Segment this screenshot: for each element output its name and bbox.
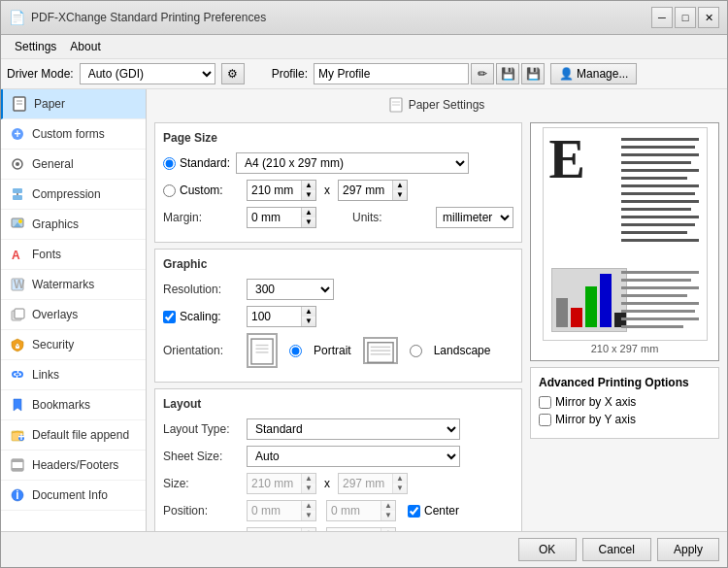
sheet-size-row: Sheet Size: Auto: [163, 446, 513, 467]
sidebar-item-overlays[interactable]: Overlays: [1, 300, 146, 330]
portrait-radio[interactable]: [289, 345, 302, 357]
preview-line: [621, 177, 687, 180]
center-label: Center: [424, 504, 459, 518]
sidebar-item-graphics[interactable]: Graphics: [1, 210, 146, 240]
custom-height-down[interactable]: ▼: [393, 190, 407, 200]
size2-w-input[interactable]: [248, 528, 301, 531]
custom-height-up[interactable]: ▲: [393, 181, 407, 190]
scaling-down[interactable]: ▼: [302, 317, 315, 326]
preview-line: [621, 310, 695, 313]
sidebar-item-compression[interactable]: Compression: [1, 180, 146, 210]
sidebar-item-general[interactable]: General: [1, 150, 146, 180]
mirror-x-checkbox[interactable]: [539, 396, 551, 409]
py-up[interactable]: ▲: [381, 501, 395, 511]
maximize-button[interactable]: □: [675, 7, 696, 28]
standard-radio[interactable]: [163, 157, 176, 170]
sidebar-item-custom-forms[interactable]: + Custom forms: [1, 119, 146, 150]
chart-bar-blue: [600, 274, 612, 327]
manage-button[interactable]: 👤 Manage...: [550, 63, 637, 84]
svg-rect-36: [368, 343, 393, 363]
sheet-size-select[interactable]: Auto: [247, 446, 460, 467]
units-label: Units:: [352, 211, 430, 224]
margin-down[interactable]: ▼: [302, 217, 315, 227]
driver-settings-button[interactable]: ⚙: [221, 63, 245, 84]
position-label: Position:: [163, 504, 241, 518]
sidebar-item-watermarks[interactable]: W Watermarks: [1, 270, 146, 300]
mirror-y-checkbox[interactable]: [539, 414, 551, 426]
sidebar-general-label: General: [32, 157, 74, 171]
sheet-width-input[interactable]: [248, 474, 301, 493]
s2w-up[interactable]: ▲: [302, 528, 315, 531]
menu-settings[interactable]: Settings: [9, 38, 62, 55]
landscape-radio[interactable]: [410, 345, 422, 357]
portrait-option[interactable]: [247, 333, 278, 368]
svg-text:i: i: [16, 488, 18, 502]
custom-width-up[interactable]: ▲: [302, 181, 315, 190]
sheet-w-down[interactable]: ▼: [302, 484, 315, 493]
preview-chart: [551, 268, 627, 332]
mirror-y-row: Mirror by Y axis: [539, 413, 711, 426]
save-icon: 💾: [501, 67, 515, 81]
resolution-select[interactable]: 300: [247, 279, 334, 300]
sheet-w-up[interactable]: ▲: [302, 474, 315, 484]
sidebar-item-paper[interactable]: Paper: [1, 89, 146, 119]
sheet-h-up[interactable]: ▲: [393, 474, 407, 484]
custom-row: Custom: ▲▼ x ▲▼: [163, 180, 513, 201]
svg-rect-25: [12, 459, 23, 462]
layout-type-row: Layout Type: Standard: [163, 418, 513, 440]
sidebar-links-label: Links: [32, 368, 59, 382]
custom-height-input[interactable]: [339, 181, 392, 200]
compression-icon: [9, 185, 26, 203]
standard-label: Standard:: [180, 156, 230, 170]
custom-width-input[interactable]: [248, 181, 301, 200]
edit-profile-button[interactable]: ✏: [471, 63, 494, 84]
scaling-checkbox[interactable]: [163, 311, 176, 323]
margin-input[interactable]: [248, 208, 301, 227]
pos-x-input[interactable]: [248, 501, 301, 520]
menu-about[interactable]: About: [64, 38, 106, 55]
save-profile-button[interactable]: 💾: [496, 63, 519, 84]
cancel-button[interactable]: Cancel: [582, 538, 651, 561]
preview-line: [621, 208, 691, 211]
ok-button[interactable]: OK: [518, 538, 577, 561]
sidebar-item-fonts[interactable]: A Fonts: [1, 240, 146, 270]
close-button[interactable]: ✕: [698, 7, 719, 28]
sheet-h-down[interactable]: ▼: [393, 484, 407, 493]
py-down[interactable]: ▼: [381, 511, 395, 520]
chart-bar-red: [571, 308, 582, 327]
landscape-option[interactable]: [363, 337, 398, 364]
form-area: Page Size Standard: A4 (210 x 297 mm): [154, 122, 522, 531]
px-down[interactable]: ▼: [302, 511, 315, 520]
s2h-up[interactable]: ▲: [381, 528, 395, 531]
units-select[interactable]: millimeter: [436, 207, 513, 228]
custom-radio[interactable]: [163, 184, 176, 197]
layout-type-select[interactable]: Standard: [247, 418, 460, 440]
sidebar-item-document-info[interactable]: i Document Info: [1, 481, 146, 511]
px-up[interactable]: ▲: [302, 501, 315, 511]
custom-width-down[interactable]: ▼: [302, 190, 315, 200]
sidebar-item-bookmarks[interactable]: Bookmarks: [1, 390, 146, 420]
pos-y-input[interactable]: [327, 501, 381, 520]
apply-button[interactable]: Apply: [657, 538, 719, 561]
scaling-input[interactable]: [248, 307, 301, 326]
margin-up[interactable]: ▲: [302, 208, 315, 217]
security-icon: [9, 336, 26, 353]
sheet-size-label: Sheet Size:: [163, 450, 241, 463]
svg-rect-26: [12, 468, 23, 471]
sidebar-item-default-file-append[interactable]: + Default file append: [1, 420, 146, 451]
driver-mode-select[interactable]: Auto (GDI): [80, 63, 215, 84]
save-profile-as-button[interactable]: 💾: [521, 63, 545, 84]
profile-input[interactable]: [314, 63, 469, 84]
center-checkbox[interactable]: [408, 505, 420, 518]
sidebar-fonts-label: Fonts: [32, 248, 61, 261]
scaling-up[interactable]: ▲: [302, 307, 315, 317]
custom-forms-icon: +: [9, 125, 26, 143]
sidebar-item-headers-footers[interactable]: Headers/Footers: [1, 451, 146, 481]
sidebar-compression-label: Compression: [32, 187, 101, 201]
sheet-height-input[interactable]: [339, 474, 392, 493]
size2-h-input[interactable]: [327, 528, 381, 531]
sidebar-item-links[interactable]: Links: [1, 360, 146, 390]
minimize-button[interactable]: ─: [651, 7, 673, 28]
standard-size-select[interactable]: A4 (210 x 297 mm): [236, 152, 469, 174]
sidebar-item-security[interactable]: Security: [1, 330, 146, 360]
